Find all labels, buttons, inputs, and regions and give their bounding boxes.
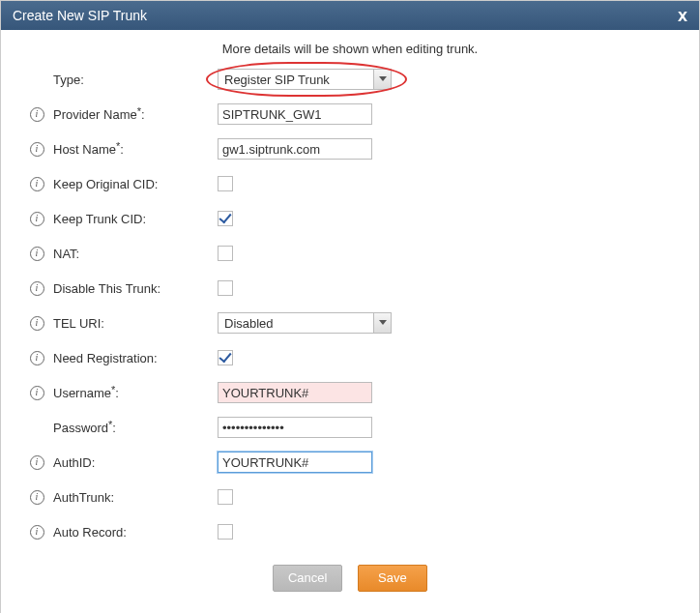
row-provider: i Provider Name*:: [20, 97, 680, 131]
dialog: Create New SIP Trunk x More details will…: [0, 0, 700, 613]
info-icon[interactable]: i: [30, 212, 44, 226]
provider-name-input[interactable]: [218, 103, 372, 125]
dialog-footer: Cancel Save: [20, 549, 680, 594]
row-authtrunk: i AuthTrunk:: [20, 480, 680, 514]
label-username: Username*:: [53, 386, 218, 400]
info-icon[interactable]: i: [30, 142, 44, 157]
chevron-down-icon: [373, 313, 391, 333]
label-host: Host Name*:: [53, 142, 218, 157]
label-nat: NAT:: [53, 247, 218, 261]
dialog-hint: More details will be shown when editing …: [20, 42, 680, 56]
info-icon[interactable]: i: [30, 281, 44, 296]
row-host: i Host Name*:: [20, 131, 680, 166]
info-icon[interactable]: i: [30, 490, 44, 505]
label-keep-trunk-cid: Keep Trunk CID:: [53, 212, 218, 226]
disable-trunk-checkbox[interactable]: [218, 280, 233, 296]
nat-checkbox[interactable]: [218, 246, 233, 261]
cancel-button[interactable]: Cancel: [273, 565, 342, 592]
type-select[interactable]: Register SIP Trunk: [218, 69, 392, 90]
row-type: Type: Register SIP Trunk: [20, 62, 680, 97]
row-keep-original-cid: i Keep Original CID:: [20, 166, 680, 201]
row-keep-trunk-cid: i Keep Trunk CID:: [20, 201, 680, 236]
label-keep-original-cid: Keep Original CID:: [53, 177, 218, 191]
chevron-down-icon: [373, 70, 391, 89]
row-tel-uri: i TEL URI: Disabled: [20, 306, 680, 340]
label-disable-trunk: Disable This Trunk:: [53, 281, 218, 296]
tel-uri-select[interactable]: Disabled: [218, 312, 392, 334]
row-need-registration: i Need Registration:: [20, 340, 680, 375]
svg-marker-0: [379, 76, 387, 81]
tel-uri-select-value: Disabled: [219, 313, 373, 333]
label-provider: Provider Name*:: [53, 107, 218, 122]
label-password: Password*:: [53, 421, 218, 435]
info-icon[interactable]: i: [30, 107, 44, 122]
auto-record-checkbox[interactable]: [218, 524, 233, 540]
username-input[interactable]: [218, 382, 372, 403]
info-icon[interactable]: i: [30, 455, 44, 470]
info-icon[interactable]: i: [30, 351, 44, 365]
info-icon[interactable]: i: [30, 525, 44, 540]
row-nat: i NAT:: [20, 236, 680, 271]
host-name-input[interactable]: [218, 138, 372, 160]
info-icon[interactable]: i: [30, 177, 44, 191]
label-authid: AuthID:: [53, 455, 218, 470]
keep-original-cid-checkbox[interactable]: [218, 176, 233, 191]
row-authid: i AuthID:: [20, 445, 680, 480]
row-password: Password*:: [20, 410, 680, 445]
need-registration-checkbox[interactable]: [218, 350, 233, 365]
label-need-registration: Need Registration:: [53, 351, 218, 365]
info-icon[interactable]: i: [30, 386, 44, 400]
type-select-value: Register SIP Trunk: [219, 70, 373, 89]
row-auto-record: i Auto Record:: [20, 514, 680, 549]
info-icon[interactable]: i: [30, 316, 44, 331]
dialog-content: More details will be shown when editing …: [1, 30, 699, 613]
svg-marker-1: [379, 320, 387, 325]
titlebar: Create New SIP Trunk x: [1, 1, 699, 30]
save-button[interactable]: Save: [358, 565, 427, 592]
label-auto-record: Auto Record:: [53, 525, 218, 540]
row-username: i Username*:: [20, 375, 680, 410]
close-icon[interactable]: x: [678, 1, 687, 30]
label-type: Type:: [53, 73, 218, 87]
row-disable-trunk: i Disable This Trunk:: [20, 271, 680, 306]
info-icon[interactable]: i: [30, 247, 44, 261]
keep-trunk-cid-checkbox[interactable]: [218, 211, 233, 226]
label-authtrunk: AuthTrunk:: [53, 490, 218, 505]
password-input[interactable]: [218, 417, 372, 438]
authid-input[interactable]: [218, 452, 372, 473]
label-tel-uri: TEL URI:: [53, 316, 218, 331]
dialog-title: Create New SIP Trunk: [13, 1, 147, 30]
authtrunk-checkbox[interactable]: [218, 489, 233, 505]
